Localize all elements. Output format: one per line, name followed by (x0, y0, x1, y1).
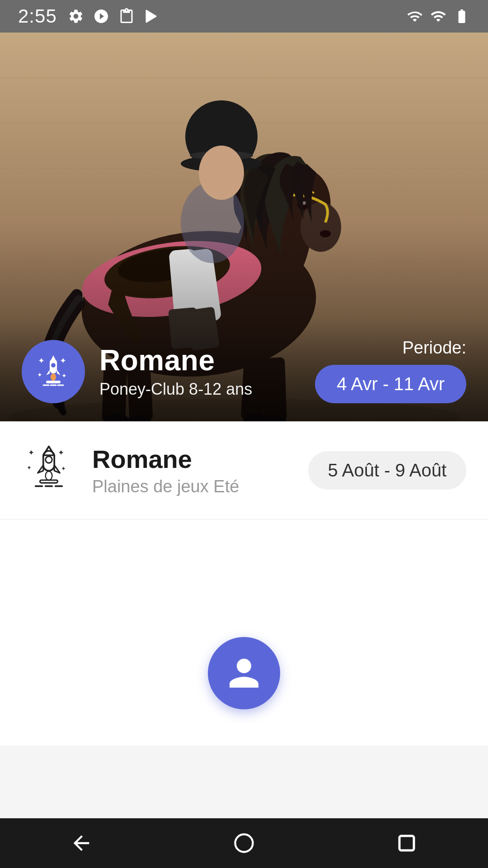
nav-recent-button[interactable] (384, 830, 429, 857)
svg-text:✦: ✦ (61, 465, 66, 472)
clipboard-icon (118, 8, 135, 24)
hero-avatar: ✦ ✦ ✦ ✦ (22, 340, 85, 403)
play-icon (93, 8, 109, 24)
svg-point-43 (51, 363, 56, 368)
svg-rect-61 (40, 480, 57, 483)
svg-point-57 (46, 456, 52, 463)
svg-rect-47 (46, 381, 61, 383)
hero-date-badge[interactable]: 4 Avr - 11 Avr (315, 365, 466, 403)
svg-rect-66 (399, 836, 414, 850)
hero-subtitle: Poney-Club 8-12 ans (99, 380, 252, 399)
svg-text:✦: ✦ (58, 448, 64, 457)
content-spacer (0, 519, 488, 610)
svg-point-60 (46, 471, 52, 480)
list-item-row[interactable]: ✦ ✦ ✦ ✦ R (0, 421, 488, 519)
settings-icon (68, 8, 84, 24)
svg-text:✦: ✦ (28, 448, 34, 457)
svg-marker-59 (54, 465, 60, 473)
nav-home-button[interactable] (221, 830, 267, 857)
fab-button[interactable] (208, 637, 280, 709)
hero-section: ✦ ✦ ✦ ✦ (0, 33, 488, 421)
hero-name: Romane (99, 344, 252, 376)
bottom-navigation (0, 818, 488, 868)
fab-area (0, 610, 488, 745)
svg-marker-42 (50, 355, 57, 363)
svg-text:✦: ✦ (37, 371, 42, 378)
svg-text:✦: ✦ (27, 464, 32, 471)
svg-marker-44 (46, 370, 50, 375)
signal-icon (430, 8, 446, 24)
playstore-icon (144, 8, 160, 24)
svg-text:✦: ✦ (61, 372, 67, 379)
status-time: 2:55 (18, 5, 57, 27)
svg-point-65 (235, 835, 253, 852)
nav-back-button[interactable] (59, 830, 104, 857)
svg-point-46 (51, 373, 56, 381)
list-item-date-badge[interactable]: 5 Août - 9 Août (308, 451, 466, 490)
svg-text:✦: ✦ (38, 356, 45, 365)
hero-overlay: ✦ ✦ ✦ ✦ (0, 320, 488, 421)
battery-icon (454, 8, 470, 24)
svg-text:✦: ✦ (60, 356, 66, 365)
status-bar: 2:55 (0, 0, 488, 33)
list-item-subtext: Plaines de jeux Eté (92, 477, 239, 496)
list-item-name: Romane (92, 444, 239, 474)
wifi-icon (407, 8, 423, 24)
svg-marker-58 (38, 465, 43, 473)
svg-marker-45 (57, 370, 61, 375)
list-item-icon: ✦ ✦ ✦ ✦ (22, 443, 76, 497)
hero-period-label: Periode: (315, 338, 466, 358)
